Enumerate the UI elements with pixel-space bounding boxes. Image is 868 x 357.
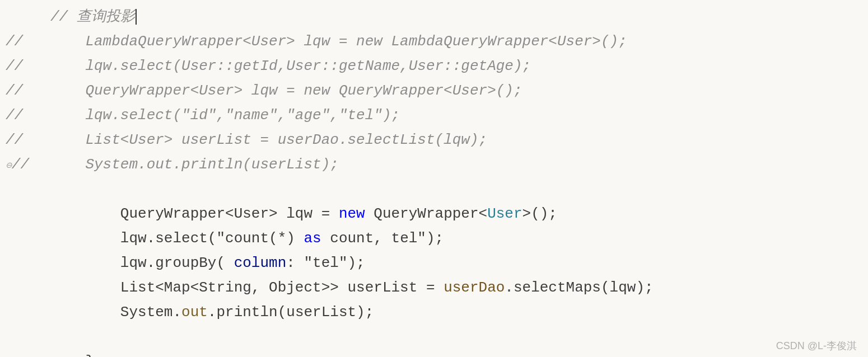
line-content: QueryWrapper<User> lqw = new QueryWrappe…	[50, 79, 857, 102]
line-content: }	[50, 350, 857, 357]
line-content: List<Map<String, Object>> userList = use…	[50, 276, 857, 299]
line-content: lqw.select("id","name","age","tel");	[50, 104, 857, 126]
text-cursor	[136, 9, 137, 25]
code-line: lqw.select("count(*) as count, tel");	[0, 227, 868, 252]
line-gutter: //	[6, 30, 50, 53]
line-gutter: //	[6, 104, 50, 126]
line-content: System.out.println(userList);	[50, 153, 857, 176]
code-line: System.out.println(userList);	[0, 301, 868, 326]
code-line: List<Map<String, Object>> userList = use…	[0, 276, 868, 301]
fold-icon[interactable]: ⊖	[6, 160, 12, 171]
line-content: QueryWrapper<User> lqw = new QueryWrappe…	[50, 203, 857, 225]
code-line	[0, 178, 868, 203]
line-gutter: ⊖//	[6, 153, 50, 176]
line-content: System.out.println(userList);	[50, 301, 857, 323]
line-content: LambdaQueryWrapper<User> lqw = new Lambd…	[50, 30, 857, 53]
code-line: // LambdaQueryWrapper<User> lqw = new La…	[0, 30, 868, 55]
line-content: lqw.select(User::getId,User::getName,Use…	[50, 55, 857, 77]
code-area: // 查询投影// LambdaQueryWrapper<User> lqw =…	[0, 0, 868, 357]
line-content: lqw.select("count(*) as count, tel");	[50, 227, 857, 250]
watermark: CSDN @L-李俊淇	[776, 339, 857, 353]
code-line: // lqw.select(User::getId,User::getName,…	[0, 55, 868, 79]
line-gutter: //	[6, 79, 50, 102]
code-line: QueryWrapper<User> lqw = new QueryWrappe…	[0, 203, 868, 227]
line-content: lqw.groupBy( column: "tel");	[50, 252, 857, 274]
code-line: }	[0, 350, 868, 357]
code-line: // 查询投影	[0, 6, 868, 30]
code-line: // QueryWrapper<User> lqw = new QueryWra…	[0, 79, 868, 104]
code-line	[0, 326, 868, 350]
line-content: // 查询投影	[50, 6, 857, 28]
code-line: // lqw.select("id","name","age","tel");	[0, 104, 868, 129]
line-gutter: //	[6, 55, 50, 77]
line-gutter: //	[6, 129, 50, 151]
line-content: List<User> userList = userDao.selectList…	[50, 129, 857, 151]
code-line: ⊖// System.out.println(userList);	[0, 153, 868, 178]
code-line: lqw.groupBy( column: "tel");	[0, 252, 868, 276]
code-line: // List<User> userList = userDao.selectL…	[0, 129, 868, 153]
editor-container: // 查询投影// LambdaQueryWrapper<User> lqw =…	[0, 0, 868, 357]
